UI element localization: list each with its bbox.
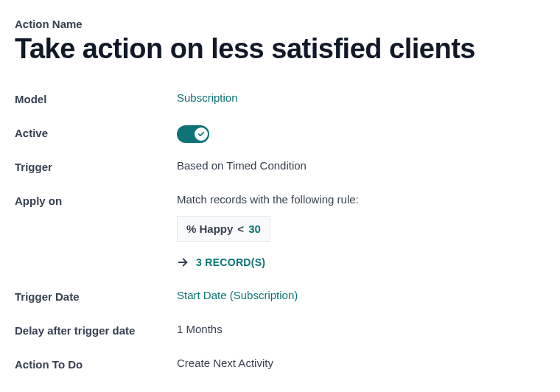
page-title: Take action on less satisfied clients [15,33,545,65]
rule-field: % Happy [186,223,233,235]
delay-label: Delay after trigger date [15,323,177,337]
check-icon [197,130,205,138]
rule-value: 30 [248,223,261,235]
active-toggle[interactable] [177,125,209,143]
model-value[interactable]: Subscription [177,91,238,104]
trigger-value: Based on Timed Condition [177,159,545,172]
filter-rule-chip[interactable]: % Happy < 30 [177,216,270,242]
delay-value: 1 Months [177,323,545,335]
action-name-label: Action Name [15,18,545,30]
toggle-knob [195,127,208,141]
trigger-date-label: Trigger Date [15,289,177,303]
trigger-label: Trigger [15,159,177,173]
action-to-do-label: Action To Do [15,357,177,371]
apply-on-label: Apply on [15,193,177,207]
action-to-do-value: Create Next Activity [177,357,545,369]
apply-on-description: Match records with the following rule: [177,193,545,206]
rule-operator: < [237,223,244,235]
active-label: Active [15,125,177,139]
trigger-date-value[interactable]: Start Date (Subscription) [177,289,298,301]
records-count-link[interactable]: 3 RECORD(S) [196,256,265,268]
arrow-right-icon [177,256,189,268]
model-label: Model [15,91,177,105]
